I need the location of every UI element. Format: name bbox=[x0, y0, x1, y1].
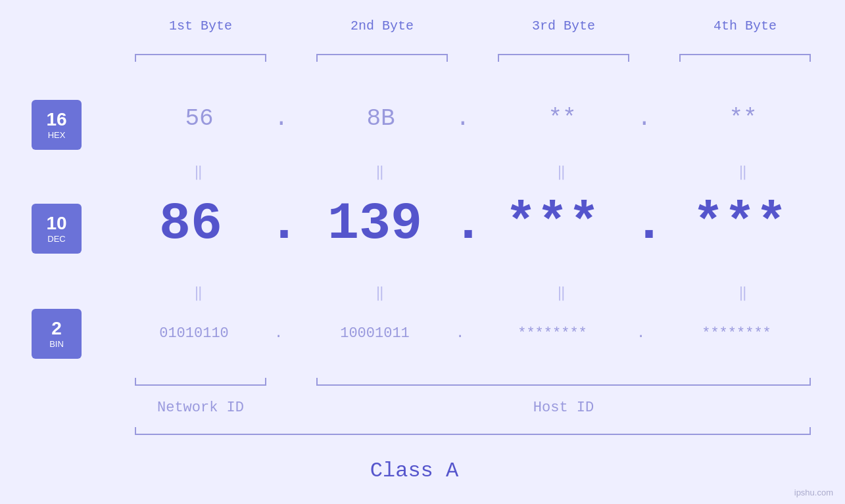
eq-hex-dec-2: ‖ bbox=[375, 163, 384, 181]
bin-dot-2: . bbox=[456, 325, 464, 342]
class-label: Class A bbox=[0, 459, 829, 483]
eq-hex-dec-4: ‖ bbox=[738, 163, 747, 181]
eq-hex-dec-1: ‖ bbox=[194, 163, 203, 181]
hex-val-1: 56 bbox=[150, 105, 249, 132]
bin-dot-3: . bbox=[637, 325, 645, 342]
hex-val-4: ** bbox=[694, 105, 792, 132]
hex-badge: 16 HEX bbox=[32, 100, 82, 150]
eq-dec-bin-4: ‖ bbox=[738, 284, 747, 302]
host-id-label: Host ID bbox=[316, 400, 811, 416]
main-container: 1st Byte 2nd Byte 3rd Byte 4th Byte 16 H… bbox=[0, 0, 845, 504]
dec-badge-label: DEC bbox=[47, 234, 65, 244]
col1-header: 1st Byte bbox=[125, 18, 276, 34]
bin-val-4: ******** bbox=[661, 325, 812, 342]
dec-val-2: 139 bbox=[306, 194, 444, 254]
bracket-top-4 bbox=[679, 54, 811, 55]
bin-val-3: ******** bbox=[480, 325, 625, 342]
dec-badge: 10 DEC bbox=[32, 204, 82, 254]
bin-dot-1: . bbox=[274, 325, 283, 342]
dec-val-3: *** bbox=[483, 194, 621, 254]
bracket-bottom-network bbox=[135, 384, 266, 386]
network-id-label: Network ID bbox=[135, 400, 266, 416]
hex-dot-1: . bbox=[274, 105, 289, 132]
hex-val-3: ** bbox=[513, 105, 612, 132]
dec-dot-3: . bbox=[633, 194, 665, 254]
bracket-bottom-host bbox=[316, 384, 811, 386]
eq-dec-bin-2: ‖ bbox=[375, 284, 384, 302]
bracket-main bbox=[135, 434, 811, 435]
dec-dot-2: . bbox=[452, 194, 484, 254]
eq-dec-bin-1: ‖ bbox=[194, 284, 203, 302]
hex-dot-3: . bbox=[637, 105, 652, 132]
hex-badge-label: HEX bbox=[48, 130, 66, 140]
watermark: ipshu.com bbox=[794, 488, 833, 497]
bracket-top-3 bbox=[498, 54, 629, 55]
eq-dec-bin-3: ‖ bbox=[557, 284, 566, 302]
hex-val-2: 8B bbox=[331, 105, 430, 132]
bin-badge-num: 2 bbox=[51, 319, 62, 338]
bin-badge-label: BIN bbox=[49, 339, 64, 349]
bin-badge: 2 BIN bbox=[32, 309, 82, 359]
bracket-top-2 bbox=[316, 54, 448, 55]
dec-badge-num: 10 bbox=[46, 214, 66, 233]
col2-header: 2nd Byte bbox=[306, 18, 458, 34]
bin-val-1: 01010110 bbox=[122, 325, 266, 342]
col4-header: 4th Byte bbox=[669, 18, 821, 34]
dec-val-1: 86 bbox=[128, 194, 253, 254]
col3-header: 3rd Byte bbox=[488, 18, 639, 34]
bin-val-2: 10001011 bbox=[302, 325, 447, 342]
eq-hex-dec-3: ‖ bbox=[557, 163, 566, 181]
hex-dot-2: . bbox=[456, 105, 470, 132]
dec-dot-1: . bbox=[268, 194, 300, 254]
bracket-top-1 bbox=[135, 54, 266, 55]
dec-val-4: *** bbox=[664, 194, 815, 254]
hex-badge-num: 16 bbox=[46, 110, 66, 129]
